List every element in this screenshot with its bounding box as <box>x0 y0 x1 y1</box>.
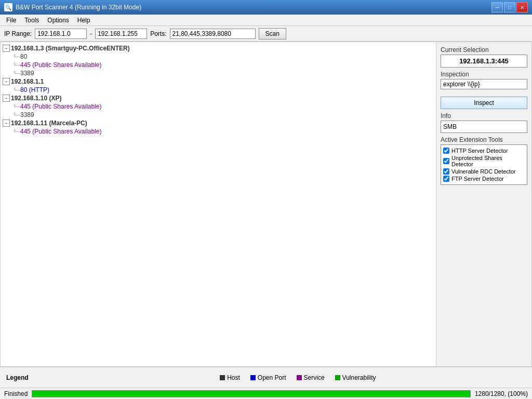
legend-items: Host Open Port Service Vulnerability <box>70 374 526 381</box>
tree-panel: - 192.168.1.3 (Smartguy-PC.OfficeENTER) … <box>0 42 436 367</box>
legend-service: Service <box>297 374 325 381</box>
info-value: SMB <box>441 121 527 133</box>
legend-open-label: Open Port <box>258 374 286 381</box>
minimize-button[interactable]: ─ <box>491 2 503 12</box>
tree-node-label: 445 (Public Shares Available) <box>20 128 102 135</box>
tree-node-label: 192.168.1.11 (Marcela-PC) <box>11 119 87 127</box>
ip-dash: - <box>90 30 92 37</box>
tree-node-label: 445 (Public Shares Available) <box>20 61 102 69</box>
tree-row[interactable]: └─ 445 (Public Shares Available) <box>3 102 434 111</box>
legend-host-dot <box>220 375 225 380</box>
tree-row[interactable]: - 192.168.1.10 (XP) <box>3 94 434 102</box>
inspect-button[interactable]: Inspect <box>441 97 527 109</box>
http-detector-label: HTTP Server Detector <box>451 148 508 154</box>
tree-connector-icon: └─ <box>13 129 20 135</box>
active-tools-label: Active Extension Tools <box>441 136 527 143</box>
inspection-input[interactable] <box>441 79 527 89</box>
title-bar: 🔍 B&W Port Scanner 4 (Running in 32bit M… <box>0 0 532 15</box>
tree-connector-icon: └─ <box>13 71 20 76</box>
tree-connector-icon: └─ <box>13 112 20 118</box>
legend-vuln-label: Vulnerability <box>342 374 376 381</box>
legend-open-port: Open Port <box>250 374 286 381</box>
scan-button[interactable]: Scan <box>259 28 286 39</box>
current-selection-value: 192.168.1.3:445 <box>441 55 527 68</box>
app-icon: 🔍 <box>4 3 12 11</box>
tree-toggle[interactable]: - <box>3 119 10 127</box>
tree-connector-icon: └─ <box>13 87 20 93</box>
tool-row-rdc: Vulnerable RDC Detector <box>443 168 525 175</box>
menu-options[interactable]: Options <box>43 16 73 25</box>
progress-bar-container <box>32 390 471 397</box>
tree-row[interactable]: - 192.168.1.11 (Marcela-PC) <box>3 119 434 127</box>
tree-row[interactable]: └─ 3389 <box>3 69 434 77</box>
window-title: B&W Port Scanner 4 (Running in 32bit Mod… <box>16 4 141 11</box>
tree-row[interactable]: └─ 80 (HTTP) <box>3 86 434 94</box>
info-label: Info <box>441 112 527 119</box>
tool-row-shares: Unprotected Shares Detector <box>443 154 525 168</box>
tree-node-label: 192.168.1.10 (XP) <box>11 95 61 102</box>
tree-toggle[interactable]: - <box>3 78 10 85</box>
legend-host: Host <box>220 374 240 381</box>
progress-bar-fill <box>32 391 470 397</box>
legend-service-label: Service <box>304 374 325 381</box>
tree-toggle[interactable]: - <box>3 95 10 102</box>
tree-toggle[interactable]: - <box>3 45 10 52</box>
menu-help[interactable]: Help <box>73 16 95 25</box>
tree-node-label: 192.168.1.1 <box>11 78 44 85</box>
tree-row[interactable]: └─ 445 (Public Shares Available) <box>3 61 434 69</box>
extension-tools-box: HTTP Server Detector Unprotected Shares … <box>441 144 527 185</box>
tree-node-label: 3389 <box>20 70 34 77</box>
menu-file[interactable]: File <box>2 16 20 25</box>
legend-vulnerability: Vulnerability <box>335 374 376 381</box>
current-selection-label: Current Selection <box>441 46 527 54</box>
tree-row[interactable]: └─ 445 (Public Shares Available) <box>3 127 434 136</box>
ftp-detector-label: FTP Server Detector <box>451 176 504 182</box>
ip-range-label: IP Range: <box>4 30 32 37</box>
legend-vuln-dot <box>335 375 340 380</box>
tree-connector-icon: └─ <box>13 62 20 68</box>
tool-row-http: HTTP Server Detector <box>443 147 525 154</box>
http-detector-checkbox[interactable] <box>443 148 449 154</box>
tree-connector-icon: └─ <box>13 104 20 110</box>
legend-title: Legend <box>6 374 29 381</box>
tree-node-label: 192.168.1.3 (Smartguy-PC.OfficeENTER) <box>11 45 130 52</box>
tree-row[interactable]: └─ 3389 <box>3 111 434 119</box>
ports-label: Ports: <box>150 30 166 37</box>
main-area: - 192.168.1.3 (Smartguy-PC.OfficeENTER) … <box>0 42 532 367</box>
toolbar: IP Range: - Ports: Scan <box>0 26 532 42</box>
tree-node-label: 3389 <box>20 111 34 118</box>
menu-bar: File Tools Options Help <box>0 15 532 26</box>
maximize-button[interactable]: □ <box>504 2 515 12</box>
tree-node-label: 80 <box>20 53 27 60</box>
tree-row[interactable]: - 192.168.1.1 <box>3 77 434 86</box>
right-panel: Current Selection 192.168.1.3:445 Inspec… <box>436 42 532 367</box>
shares-detector-checkbox[interactable] <box>443 158 449 164</box>
status-bar: Finished 1280/1280, (100%) <box>0 388 532 399</box>
tree-row[interactable]: └─ 80 <box>3 52 434 61</box>
window-controls: ─ □ ✕ <box>491 2 528 12</box>
tree-node-label: 445 (Public Shares Available) <box>20 103 102 110</box>
status-text: Finished <box>4 390 28 397</box>
tree-row[interactable]: - 192.168.1.3 (Smartguy-PC.OfficeENTER) <box>3 44 434 52</box>
legend-area: Legend Host Open Port Service Vulnerabil… <box>0 367 532 388</box>
legend-open-dot <box>250 375 256 380</box>
rdc-detector-checkbox[interactable] <box>443 168 449 175</box>
tree-connector-icon: └─ <box>13 54 20 60</box>
inspection-label: Inspection <box>441 71 527 78</box>
rdc-detector-label: Vulnerable RDC Detector <box>451 168 516 175</box>
ftp-detector-checkbox[interactable] <box>443 176 449 182</box>
ports-input[interactable] <box>170 29 256 39</box>
ip-from-input[interactable] <box>35 29 87 39</box>
close-button[interactable]: ✕ <box>516 2 528 12</box>
ip-to-input[interactable] <box>95 29 147 39</box>
legend-host-label: Host <box>227 374 240 381</box>
progress-label: 1280/1280, (100%) <box>475 390 528 397</box>
menu-tools[interactable]: Tools <box>20 16 43 25</box>
legend-service-dot <box>297 375 302 380</box>
shares-detector-label: Unprotected Shares Detector <box>451 155 525 167</box>
tool-row-ftp: FTP Server Detector <box>443 175 525 182</box>
tree-node-label: 80 (HTTP) <box>20 86 49 94</box>
